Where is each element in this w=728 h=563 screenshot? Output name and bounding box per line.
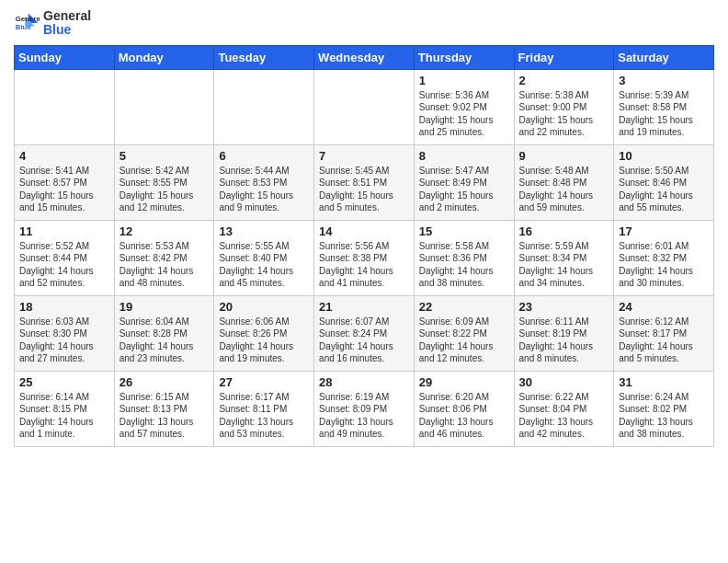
day-of-week-sunday: Sunday bbox=[15, 45, 115, 69]
day-of-week-tuesday: Tuesday bbox=[214, 45, 314, 69]
calendar-cell: 10Sunrise: 5:50 AM Sunset: 8:46 PM Dayli… bbox=[614, 144, 714, 220]
day-info: Sunrise: 6:09 AM Sunset: 8:22 PM Dayligh… bbox=[419, 316, 509, 365]
day-info: Sunrise: 5:42 AM Sunset: 8:55 PM Dayligh… bbox=[119, 165, 210, 214]
day-of-week-saturday: Saturday bbox=[614, 45, 714, 69]
calendar-cell: 17Sunrise: 6:01 AM Sunset: 8:32 PM Dayli… bbox=[614, 220, 714, 295]
day-number: 24 bbox=[619, 300, 709, 314]
day-number: 15 bbox=[419, 224, 509, 238]
calendar-cell: 14Sunrise: 5:56 AM Sunset: 8:38 PM Dayli… bbox=[314, 220, 415, 295]
calendar-cell: 4Sunrise: 5:41 AM Sunset: 8:57 PM Daylig… bbox=[15, 144, 115, 220]
day-number: 28 bbox=[319, 375, 409, 389]
day-info: Sunrise: 6:01 AM Sunset: 8:32 PM Dayligh… bbox=[619, 240, 709, 290]
day-info: Sunrise: 6:20 AM Sunset: 8:06 PM Dayligh… bbox=[419, 391, 509, 441]
week-row-5: 25Sunrise: 6:14 AM Sunset: 8:15 PM Dayli… bbox=[15, 371, 714, 446]
calendar-cell: 31Sunrise: 6:24 AM Sunset: 8:02 PM Dayli… bbox=[614, 371, 714, 446]
day-info: Sunrise: 5:50 AM Sunset: 8:46 PM Dayligh… bbox=[619, 165, 709, 214]
calendar-cell: 13Sunrise: 5:55 AM Sunset: 8:40 PM Dayli… bbox=[214, 220, 314, 295]
calendar-cell: 20Sunrise: 6:06 AM Sunset: 8:26 PM Dayli… bbox=[214, 295, 314, 371]
day-number: 1 bbox=[419, 74, 509, 87]
day-info: Sunrise: 5:55 AM Sunset: 8:40 PM Dayligh… bbox=[219, 240, 309, 290]
calendar-header: SundayMondayTuesdayWednesdayThursdayFrid… bbox=[15, 45, 714, 69]
svg-text:General: General bbox=[16, 16, 40, 24]
day-number: 8 bbox=[419, 149, 509, 163]
calendar-cell: 23Sunrise: 6:11 AM Sunset: 8:19 PM Dayli… bbox=[514, 295, 614, 371]
day-number: 18 bbox=[19, 300, 109, 314]
logo: General Blue GeneralBlue bbox=[14, 9, 91, 38]
day-info: Sunrise: 6:24 AM Sunset: 8:02 PM Dayligh… bbox=[619, 391, 709, 441]
logo-blue: Blue bbox=[43, 23, 91, 37]
day-number: 3 bbox=[619, 74, 709, 87]
day-number: 27 bbox=[219, 375, 309, 389]
day-number: 14 bbox=[319, 224, 409, 238]
day-of-week-friday: Friday bbox=[514, 45, 614, 69]
calendar-cell: 29Sunrise: 6:20 AM Sunset: 8:06 PM Dayli… bbox=[414, 371, 514, 446]
calendar-cell: 15Sunrise: 5:58 AM Sunset: 8:36 PM Dayli… bbox=[414, 220, 514, 295]
days-of-week-row: SundayMondayTuesdayWednesdayThursdayFrid… bbox=[15, 45, 714, 69]
calendar-cell bbox=[214, 69, 314, 144]
day-number: 11 bbox=[19, 224, 109, 238]
day-info: Sunrise: 5:36 AM Sunset: 9:02 PM Dayligh… bbox=[419, 89, 509, 139]
day-info: Sunrise: 6:04 AM Sunset: 8:28 PM Dayligh… bbox=[119, 316, 210, 365]
day-info: Sunrise: 6:22 AM Sunset: 8:04 PM Dayligh… bbox=[519, 391, 609, 441]
calendar: SundayMondayTuesdayWednesdayThursdayFrid… bbox=[14, 45, 714, 447]
day-number: 30 bbox=[519, 375, 609, 389]
day-info: Sunrise: 5:56 AM Sunset: 8:38 PM Dayligh… bbox=[319, 240, 409, 290]
day-number: 23 bbox=[519, 300, 609, 314]
day-info: Sunrise: 6:15 AM Sunset: 8:13 PM Dayligh… bbox=[119, 391, 210, 441]
week-row-3: 11Sunrise: 5:52 AM Sunset: 8:44 PM Dayli… bbox=[15, 220, 714, 295]
day-info: Sunrise: 5:45 AM Sunset: 8:51 PM Dayligh… bbox=[319, 165, 409, 214]
calendar-cell: 6Sunrise: 5:44 AM Sunset: 8:53 PM Daylig… bbox=[214, 144, 314, 220]
svg-text:Blue: Blue bbox=[16, 23, 32, 31]
day-number: 10 bbox=[619, 149, 709, 163]
day-number: 19 bbox=[119, 300, 210, 314]
calendar-cell: 7Sunrise: 5:45 AM Sunset: 8:51 PM Daylig… bbox=[314, 144, 415, 220]
day-number: 4 bbox=[19, 149, 109, 163]
calendar-cell: 22Sunrise: 6:09 AM Sunset: 8:22 PM Dayli… bbox=[414, 295, 514, 371]
day-number: 5 bbox=[119, 149, 210, 163]
day-number: 6 bbox=[219, 149, 309, 163]
day-number: 29 bbox=[419, 375, 509, 389]
logo-icon: General Blue bbox=[14, 10, 40, 36]
calendar-cell: 3Sunrise: 5:39 AM Sunset: 8:58 PM Daylig… bbox=[614, 69, 714, 144]
day-number: 20 bbox=[219, 300, 309, 314]
calendar-cell: 12Sunrise: 5:53 AM Sunset: 8:42 PM Dayli… bbox=[114, 220, 214, 295]
calendar-cell: 28Sunrise: 6:19 AM Sunset: 8:09 PM Dayli… bbox=[314, 371, 415, 446]
day-number: 9 bbox=[519, 149, 609, 163]
calendar-cell: 24Sunrise: 6:12 AM Sunset: 8:17 PM Dayli… bbox=[614, 295, 714, 371]
day-info: Sunrise: 5:41 AM Sunset: 8:57 PM Dayligh… bbox=[19, 165, 109, 214]
calendar-body: 1Sunrise: 5:36 AM Sunset: 9:02 PM Daylig… bbox=[15, 69, 714, 446]
day-info: Sunrise: 6:07 AM Sunset: 8:24 PM Dayligh… bbox=[319, 316, 409, 365]
day-number: 21 bbox=[319, 300, 409, 314]
logo-text: GeneralBlue bbox=[43, 9, 91, 38]
day-number: 26 bbox=[119, 375, 210, 389]
day-info: Sunrise: 5:44 AM Sunset: 8:53 PM Dayligh… bbox=[219, 165, 309, 214]
day-info: Sunrise: 6:17 AM Sunset: 8:11 PM Dayligh… bbox=[219, 391, 309, 441]
day-info: Sunrise: 5:47 AM Sunset: 8:49 PM Dayligh… bbox=[419, 165, 509, 214]
day-number: 2 bbox=[519, 74, 609, 87]
calendar-cell: 16Sunrise: 5:59 AM Sunset: 8:34 PM Dayli… bbox=[514, 220, 614, 295]
calendar-cell: 30Sunrise: 6:22 AM Sunset: 8:04 PM Dayli… bbox=[514, 371, 614, 446]
day-number: 31 bbox=[619, 375, 709, 389]
day-of-week-thursday: Thursday bbox=[414, 45, 514, 69]
day-info: Sunrise: 6:06 AM Sunset: 8:26 PM Dayligh… bbox=[219, 316, 309, 365]
calendar-cell: 25Sunrise: 6:14 AM Sunset: 8:15 PM Dayli… bbox=[15, 371, 115, 446]
day-info: Sunrise: 5:53 AM Sunset: 8:42 PM Dayligh… bbox=[119, 240, 210, 290]
day-info: Sunrise: 5:58 AM Sunset: 8:36 PM Dayligh… bbox=[419, 240, 509, 290]
day-info: Sunrise: 6:11 AM Sunset: 8:19 PM Dayligh… bbox=[519, 316, 609, 365]
calendar-cell bbox=[114, 69, 214, 144]
calendar-cell bbox=[15, 69, 115, 144]
day-number: 12 bbox=[119, 224, 210, 238]
calendar-cell: 8Sunrise: 5:47 AM Sunset: 8:49 PM Daylig… bbox=[414, 144, 514, 220]
day-info: Sunrise: 6:14 AM Sunset: 8:15 PM Dayligh… bbox=[19, 391, 109, 441]
calendar-cell: 11Sunrise: 5:52 AM Sunset: 8:44 PM Dayli… bbox=[15, 220, 115, 295]
calendar-cell: 9Sunrise: 5:48 AM Sunset: 8:48 PM Daylig… bbox=[514, 144, 614, 220]
day-number: 13 bbox=[219, 224, 309, 238]
calendar-cell: 21Sunrise: 6:07 AM Sunset: 8:24 PM Dayli… bbox=[314, 295, 415, 371]
day-of-week-wednesday: Wednesday bbox=[314, 45, 415, 69]
calendar-cell: 2Sunrise: 5:38 AM Sunset: 9:00 PM Daylig… bbox=[514, 69, 614, 144]
calendar-cell: 27Sunrise: 6:17 AM Sunset: 8:11 PM Dayli… bbox=[214, 371, 314, 446]
logo-general: General bbox=[43, 9, 91, 23]
day-number: 16 bbox=[519, 224, 609, 238]
calendar-cell: 26Sunrise: 6:15 AM Sunset: 8:13 PM Dayli… bbox=[114, 371, 214, 446]
day-number: 7 bbox=[319, 149, 409, 163]
